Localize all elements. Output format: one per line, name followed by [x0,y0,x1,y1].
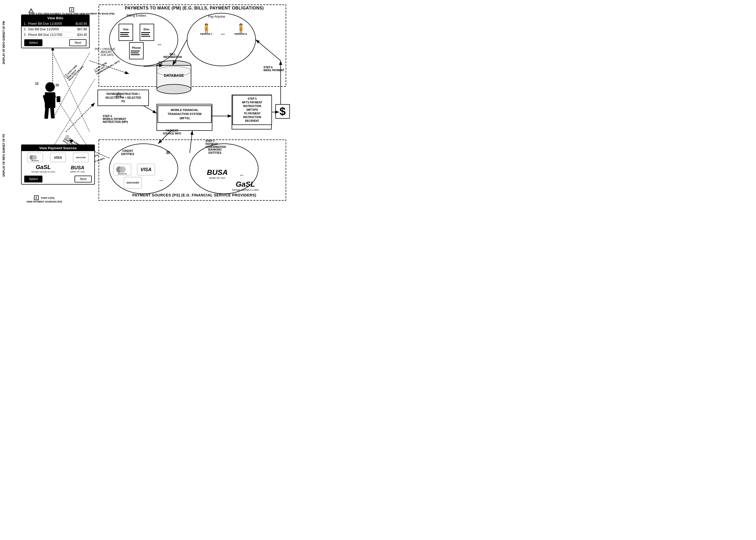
billing-dots: ... [158,41,162,47]
banking-dots: ... [240,172,243,177]
person-dots: ... [221,30,225,36]
gas-doc-icon: Gas [119,24,133,41]
left-label-top: DISPLAY OF INFO SUBSET OF PM [2,21,6,64]
elec-doc-icon: Elec. [140,24,154,41]
svg-line-17 [256,40,281,61]
svg-point-3 [187,13,256,66]
svg-rect-38 [50,106,55,119]
step2-badge: 2 [69,7,74,12]
busa-bank[interactable]: BUSA BANK OF USA [70,165,85,173]
sources-select-button[interactable]: Select [24,176,43,183]
sources-panel: View Payment Sources MasterCard VISA DIS… [21,145,95,185]
person1-figure: 🧍 PERSON 1 [200,24,212,35]
pm-formula: PM = { PAYEE ID AMOUNT DUE DATE [95,45,115,57]
discover-card[interactable]: DISCOVER [73,153,89,162]
diagram-container: PAYMENTS TO MAKE (PM) (E.G. BILLS, PAYME… [0,0,290,206]
mfts-box: MOBILE FINANCIAL TRANSACTION SYSTEM (MFT… [158,105,212,123]
svg-line-11 [144,66,163,67]
step1-pm-label: △ STEP 1 (PM)PUSH OUT(SUMMARIZED BILL IN… [94,56,120,75]
svg-line-23 [66,103,95,132]
credit-discover: DISCOVER [124,177,142,189]
step2-ps-label: 2 STEP 2 (PS) VIEW PAYMENT SOURCES (PS) [26,196,62,203]
credit-visa: VISA [137,164,155,175]
credit-dots: ... [160,177,163,182]
svg-rect-37 [44,107,49,119]
bills-select-button[interactable]: Select [24,39,43,46]
payment-instruction-box: PAYMENT INSTRUCTION = SELECTED PM + SELE… [97,90,149,106]
sources-panel-header: View Payment Sources [22,145,94,151]
figure-12: 12 [35,82,39,85]
database-label: DATABASE [162,73,186,77]
sources-next-button[interactable]: Next [74,176,92,183]
svg-line-19 [190,131,192,153]
credit-entities-label: CREDIT ENTITIES [121,149,134,156]
step4-label: STEP 4 MOBILE PAYMENT INSTRUCTION (MPI) [103,115,128,123]
step3-pm-label: 3 STEP 3 (PM)SEND BACKSELECTED PM INFO [64,61,84,81]
personN-figure: 🧍 PERSON N [235,24,247,35]
warning-triangle-step1: ! [116,92,121,98]
billing-entities-label: Billing Entities [127,14,146,17]
left-label-bottom: DISPLAY OF INFO SUBSET OF PS [2,134,6,177]
svg-point-8 [157,84,191,94]
person-device-figure [37,82,63,122]
banking-entities-label: BANKING ENTITIES [208,148,222,154]
number-30: 30 [166,150,170,154]
step2-pm-label: 2 STEP 2 (PS) VIEW PAYMENT TO MAKE (PM) … [29,7,114,15]
step6-label: STEP 6 MAKE PAYMENT [264,66,284,72]
payment-source-info: PAYMENT SOURCE INFO [163,129,181,135]
credit-mastercard: MasterCard [113,164,131,175]
phone-doc-icon: Phone [129,42,144,59]
step7-label: STEP 7 PAYMENT CONFIRMATION [206,140,226,148]
banking-gasl: GaSL Georgia Savings & Loans [232,180,259,191]
mastercard-card[interactable]: MasterCard [27,153,43,162]
bills-panel: View Bills 1. Power Bill Due 11/30/05 $1… [21,15,90,48]
bills-panel-buttons: Select Next [22,38,89,48]
top-section-title: PAYMENTS TO MAKE (PM) (E.G. BILLS, PAYME… [103,6,286,11]
bill-item-2[interactable]: 2. Gas Bill Due 11/20/05 $67.89 [22,27,89,32]
sources-panel-buttons: Select Next [22,174,94,184]
sources-panel-banks: GaSL Georgia Savings & Loans BUSA BANK O… [22,163,94,174]
svg-rect-35 [56,96,60,102]
svg-point-32 [45,82,55,92]
banking-busa: BUSA BANK OF USA [207,168,228,179]
bills-next-button[interactable]: Next [69,39,86,46]
pay-anyone-label: Pay Anyone [208,15,225,19]
step5-box: STEP 5 MFTS PAYMENT INSTRUCTION (MFTSPI)… [232,95,272,125]
database-number: 18 [172,59,176,63]
sources-panel-cards: MasterCard VISA DISCOVER [22,151,94,163]
dollar-sign: $ [275,104,290,119]
step2-ps-badge: 2 [34,196,39,200]
warning-triangle-step2: ! [29,8,34,14]
number-20: 20 [158,61,162,65]
svg-text:!: ! [118,94,119,97]
bottom-section-title: PAYMENT SOURCES (PS) (E.G. FINANCIAL SER… [103,193,286,197]
svg-text:!: ! [31,10,31,13]
bill-item-3[interactable]: 3. Phone Bill Due 11/17/05 $34.45 [22,32,89,38]
figure-15: 15 [55,83,59,87]
bill-item-1[interactable]: 1. Power Bill Due 11/30/05 $143.54 [22,21,89,27]
bills-panel-header: View Bills [22,15,89,21]
bill-info-label: BILL INFORMATION [163,53,182,59]
gasl-bank[interactable]: GaSL Georgia Savings & Loans [31,164,55,173]
visa-card[interactable]: VISA [50,153,66,162]
